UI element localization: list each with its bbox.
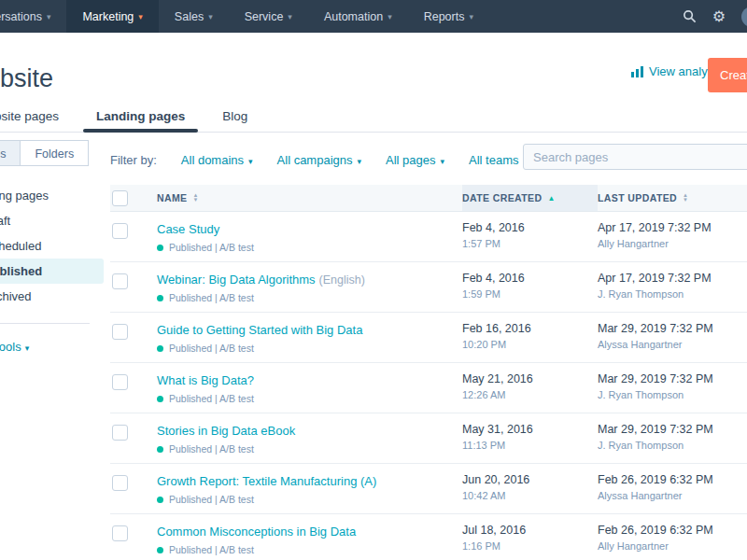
filter-dropdown[interactable]: All pages▾ — [386, 153, 444, 167]
sidebar-item[interactable]: Draft — [0, 208, 104, 233]
last-updated-value: Mar 29, 2019 7:32 PM — [598, 372, 747, 385]
row-checkbox[interactable] — [112, 425, 128, 441]
table-row: Stories in Big Data eBook Published | A/… — [110, 413, 747, 464]
column-header-date-created[interactable]: DATE CREATED ▲ — [462, 185, 598, 211]
date-created-value: May 31, 2016 — [462, 423, 598, 436]
tab[interactable]: Blog — [220, 100, 249, 132]
tab[interactable]: Landing pages — [94, 100, 187, 132]
table-row: Growth Report: Textile Manufacturing (A)… — [110, 464, 747, 514]
sidebar-item-label: Scheduled — [0, 239, 41, 253]
pages-folders-toggle: Pages Folders — [0, 140, 105, 166]
nav-item[interactable]: Sales ▾ — [159, 0, 229, 33]
sidebar: Pages Folders All landing pages Draft Sc… — [0, 140, 105, 354]
filter-dropdown[interactable]: All domains▾ — [181, 153, 253, 167]
page-status-text: Published | A/B test — [169, 343, 254, 354]
sidebar-item-label: All landing pages — [0, 189, 49, 203]
nav-item[interactable]: Reports ▾ — [408, 0, 489, 33]
row-checkbox[interactable] — [112, 525, 128, 541]
nav-item[interactable]: Service ▾ — [229, 0, 308, 33]
last-updated-value: Apr 17, 2019 7:32 PM — [598, 272, 747, 285]
filter-dropdown[interactable]: All teams▾ — [469, 153, 528, 167]
column-header-last-updated[interactable]: LAST UPDATED ▲▼ — [598, 185, 747, 211]
date-created-cell: May 31, 2016 11:13 PM — [462, 413, 598, 451]
gear-icon[interactable]: ⚙ — [712, 9, 726, 24]
nav-item-label: Service — [245, 10, 284, 23]
chevron-down-icon: ▾ — [388, 12, 392, 21]
last-updated-value: Apr 17, 2019 7:32 PM — [598, 221, 747, 234]
last-updated-value: Mar 29, 2019 7:32 PM — [598, 322, 747, 335]
nav-item-label: Marketing — [82, 10, 134, 23]
page-status-line: Published | A/B test — [157, 292, 462, 303]
table-row: Case Study Published | A/B test Feb 4, 2… — [110, 212, 747, 262]
published-status-dot-icon — [157, 295, 163, 301]
sidebar-item[interactable]: Archived — [0, 284, 104, 309]
table-row: Webinar: Big Data Algorithms(English) Pu… — [110, 262, 747, 313]
nav-item[interactable]: Marketing ▾ — [66, 0, 158, 33]
row-checkbox[interactable] — [112, 273, 128, 289]
page-name-cell: Growth Report: Textile Manufacturing (A)… — [157, 464, 462, 505]
column-header-name[interactable]: NAME ▲▼ — [157, 185, 462, 211]
page-name-link[interactable]: Webinar: Big Data Algorithms — [157, 273, 316, 287]
row-checkbox[interactable] — [112, 324, 128, 340]
filter-dropdown-label: All pages — [386, 153, 435, 167]
filter-by-label: Filter by: — [110, 153, 157, 167]
page-status-text: Published | A/B test — [169, 443, 254, 455]
toggle-button[interactable]: Folders — [20, 140, 89, 166]
row-select-cell — [110, 262, 157, 289]
create-button[interactable]: Create — [708, 58, 747, 92]
chevron-down-icon: ▾ — [25, 343, 30, 353]
sort-ascending-icon: ▲ — [548, 194, 556, 203]
page-status-line: Published | A/B test — [157, 544, 462, 555]
published-status-dot-icon — [157, 245, 163, 251]
table-row: What is Big Data? Published | A/B test M… — [110, 363, 747, 413]
date-created-value: Feb 4, 2016 — [462, 272, 598, 285]
page-status-text: Published | A/B test — [169, 393, 254, 404]
last-updated-value: Feb 26, 2019 6:32 PM — [598, 473, 747, 486]
page-name-link[interactable]: Guide to Getting Started with Big Data — [157, 323, 362, 337]
column-header-name-label: NAME — [157, 192, 188, 203]
nav-item-label: Conversations — [0, 10, 42, 23]
search-input[interactable] — [523, 144, 747, 170]
time-created-value: 1:57 PM — [462, 238, 598, 249]
avatar[interactable] — [741, 7, 747, 27]
sidebar-item[interactable]: Published — [0, 259, 104, 284]
last-updated-cell: Apr 17, 2019 7:32 PM J. Ryan Thompson — [598, 262, 747, 300]
page-status-text: Published | A/B test — [169, 242, 254, 253]
last-updated-cell: Mar 29, 2019 7:32 PM J. Ryan Thompson — [598, 413, 747, 451]
nav-item[interactable]: Automation ▾ — [308, 0, 408, 33]
nav-item[interactable]: Conversations ▾ — [0, 0, 66, 33]
date-created-value: Jul 18, 2016 — [462, 524, 598, 537]
date-created-value: May 21, 2016 — [462, 372, 598, 385]
toggle-button[interactable]: Pages — [0, 140, 20, 166]
updated-by-value: J. Ryan Thompson — [598, 288, 747, 300]
page-name-cell: Stories in Big Data eBook Published | A/… — [157, 413, 462, 455]
page-name-link[interactable]: Common Misconceptions in Big Data — [157, 525, 356, 539]
sidebar-item[interactable]: Scheduled — [0, 233, 104, 259]
published-status-dot-icon — [157, 345, 163, 352]
row-select-cell — [110, 363, 157, 390]
search-icon[interactable] — [683, 9, 697, 23]
row-checkbox[interactable] — [112, 223, 128, 239]
row-checkbox[interactable] — [112, 374, 128, 390]
filter-dropdown-label: All domains — [181, 153, 244, 167]
published-status-dot-icon — [157, 396, 163, 402]
tab[interactable]: Website pages — [0, 100, 61, 132]
date-created-cell: Feb 4, 2016 1:57 PM — [462, 212, 598, 249]
page-name-cell: Case Study Published | A/B test — [157, 212, 462, 253]
time-created-value: 10:20 PM — [462, 339, 598, 350]
row-checkbox[interactable] — [112, 475, 128, 491]
row-select-cell — [110, 413, 157, 441]
select-all-checkbox[interactable] — [112, 190, 128, 206]
page-name-link[interactable]: Growth Report: Textile Manufacturing (A) — [157, 474, 376, 488]
page-name-link[interactable]: Stories in Big Data eBook — [157, 424, 295, 438]
nav-item-label: Reports — [424, 10, 465, 23]
date-created-value: Feb 4, 2016 — [462, 221, 598, 234]
sidebar-item[interactable]: All landing pages — [0, 183, 104, 208]
column-header-last-updated-label: LAST UPDATED — [598, 192, 677, 203]
filter-dropdown[interactable]: All campaigns▾ — [277, 153, 361, 167]
page-name-link[interactable]: Case Study — [157, 222, 219, 236]
more-tools-dropdown[interactable]: More tools▾ — [0, 340, 105, 354]
page-name-link[interactable]: What is Big Data? — [157, 373, 254, 387]
last-updated-cell: Feb 26, 2019 6:32 PM Alyssa Hangartner — [598, 464, 747, 501]
tab-label: Blog — [222, 109, 247, 123]
